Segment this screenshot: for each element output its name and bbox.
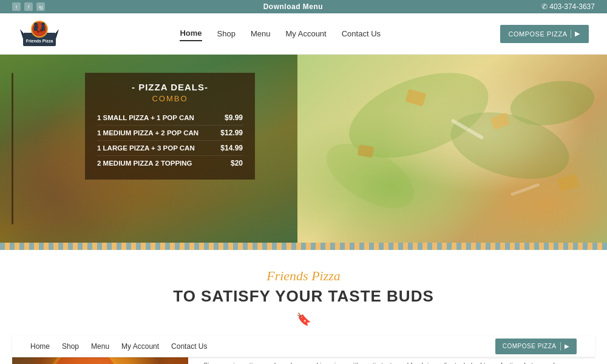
twitter-icon[interactable]: t — [12, 2, 21, 11]
nav-right: COMPOSE PIZZA ▶ — [500, 25, 589, 43]
svg-point-7 — [34, 22, 38, 26]
nav-menu[interactable]: Menu — [251, 27, 271, 41]
logo-icon: Friends Pizza — [18, 16, 61, 52]
svg-text:Friends Pizza: Friends Pizza — [26, 39, 53, 43]
btn-divider — [571, 30, 571, 38]
navbar: Friends Pizza Home Shop Menu My Account … — [0, 13, 607, 55]
compose-icon: ▶ — [575, 30, 580, 38]
pizza-deals-box: - PIZZA DEALS- COMBO 1 SMALL PIZZA + 1 P… — [85, 73, 255, 180]
svg-rect-22 — [510, 183, 540, 197]
svg-rect-10 — [41, 26, 45, 31]
sec-btn-divider — [560, 342, 561, 351]
bookmark-icon: 🔖 — [12, 312, 595, 326]
deal-name-2: 1 MEDIUM PIZZA + 2 POP CAN — [97, 129, 198, 136]
sec-nav-home[interactable]: Home — [30, 342, 50, 351]
secondary-nav: Home Shop Menu My Account Contact Us COM… — [12, 335, 595, 357]
nav-home[interactable]: Home — [180, 26, 202, 41]
deal-row: 1 MEDIUM PIZZA + 2 POP CAN $12.99 — [97, 126, 243, 141]
compose-pizza-button[interactable]: COMPOSE PIZZA ▶ — [500, 25, 589, 43]
content-section: Friends Pizza TO SATISFY YOUR TASTE BUDS… — [0, 250, 607, 364]
nav-links: Home Shop Menu My Account Contact Us — [180, 26, 381, 41]
sec-compose-button[interactable]: COMPOSE PIZZA ▶ — [495, 339, 577, 354]
deal-price-2: $12.99 — [215, 129, 243, 137]
sec-nav-shop[interactable]: Shop — [62, 342, 79, 351]
phone-number: ✆ 403-374-3637 — [541, 2, 595, 11]
sec-compose-icon: ▶ — [565, 343, 570, 349]
deal-name-3: 1 LARGE PIZZA + 3 POP CAN — [97, 144, 195, 152]
salad-svg — [297, 55, 607, 243]
svg-point-6 — [37, 30, 39, 33]
svg-marker-11 — [20, 29, 23, 39]
deal-row: 2 MEDIUM PIZZA 2 TOPPING $20 — [97, 156, 243, 170]
sec-nav-account[interactable]: My Account — [121, 342, 159, 351]
sec-nav-menu[interactable]: Menu — [91, 342, 109, 351]
instagram-icon[interactable]: ig — [36, 2, 45, 11]
body-text-area: Real pizza, Real taste Since our incepti… — [188, 357, 595, 364]
bottom-content: Home Shop Menu My Account Contact Us COM… — [12, 335, 595, 364]
hero-section: - PIZZA DEALS- COMBO 1 SMALL PIZZA + 1 P… — [0, 55, 607, 243]
nav-contact-us[interactable]: Contact Us — [342, 27, 381, 41]
nav-my-account[interactable]: My Account — [286, 27, 327, 41]
svg-marker-12 — [56, 29, 59, 39]
deal-name-1: 1 SMALL PIZZA + 1 POP CAN — [97, 114, 194, 121]
download-menu-link[interactable]: Download Menu — [263, 2, 324, 11]
svg-rect-20 — [557, 174, 580, 192]
deal-price-3: $14.99 — [215, 144, 243, 152]
social-links: t f ig — [12, 2, 45, 11]
top-bar: t f ig Download Menu ✆ 403-374-3637 — [0, 0, 607, 13]
tagline-text: TO SATISFY YOUR TASTE BUDS — [12, 287, 595, 306]
deals-title: - PIZZA DEALS- — [97, 82, 243, 92]
hero-right-image — [297, 55, 607, 243]
secondary-nav-links: Home Shop Menu My Account Contact Us — [30, 342, 207, 351]
deal-price-4: $20 — [215, 159, 243, 167]
brand-script-text: Friends Pizza — [12, 268, 595, 284]
fork-line — [12, 73, 13, 224]
body-paragraph: Since our inception, we have been making… — [203, 360, 580, 364]
deal-name-4: 2 MEDIUM PIZZA 2 TOPPING — [97, 160, 192, 167]
wavy-divider — [0, 243, 607, 250]
facebook-icon[interactable]: f — [24, 2, 33, 11]
deal-row: 1 SMALL PIZZA + 1 POP CAN $9.99 — [97, 110, 243, 126]
logo: Friends Pizza — [18, 16, 61, 52]
deals-subtitle: COMBO — [97, 94, 243, 103]
hero-left-image: - PIZZA DEALS- COMBO 1 SMALL PIZZA + 1 P… — [0, 55, 297, 243]
nav-shop[interactable]: Shop — [217, 27, 236, 41]
deal-row: 1 LARGE PIZZA + 3 POP CAN $14.99 — [97, 141, 243, 156]
svg-point-9 — [41, 22, 45, 26]
deal-price-1: $9.99 — [215, 113, 243, 122]
sec-nav-contact[interactable]: Contact Us — [171, 342, 207, 351]
svg-rect-8 — [34, 26, 38, 31]
fork-decoration — [5, 73, 20, 224]
